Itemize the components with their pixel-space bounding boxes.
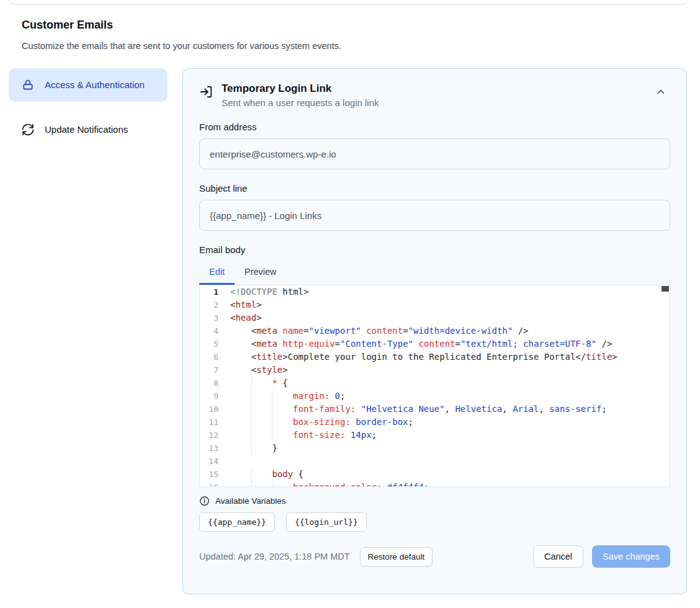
- variable-chips: {{app_name}} {{login_url}}: [199, 512, 670, 532]
- previous-card-edge: [9, 0, 689, 5]
- customer-emails-page: Customer Emails Customize the emails tha…: [0, 0, 700, 608]
- subject-line-label: Subject line: [199, 183, 670, 194]
- variable-chip-app-name[interactable]: {{app_name}}: [199, 512, 275, 532]
- available-variables-label: Available Variables: [215, 496, 286, 506]
- lock-icon: [21, 78, 35, 92]
- tab-edit[interactable]: Edit: [199, 260, 235, 285]
- cancel-button[interactable]: Cancel: [533, 545, 583, 568]
- available-variables-row: Available Variables: [199, 496, 670, 506]
- save-changes-button[interactable]: Save changes: [592, 545, 670, 568]
- code-line: 15body {: [200, 468, 670, 481]
- sidebar-item-label: Access & Authentication: [45, 78, 145, 92]
- panel-header: Temporary Login Link Sent when a user re…: [199, 83, 670, 108]
- code-editor[interactable]: 1<!DOCTYPE html>2<html>3<head>4<meta nam…: [199, 285, 670, 487]
- sidebar-item-access-authentication[interactable]: Access & Authentication: [9, 68, 168, 102]
- code-line: 12font-size: 14px;: [200, 429, 670, 442]
- tab-preview[interactable]: Preview: [235, 260, 287, 285]
- code-line: 8* {: [200, 377, 670, 390]
- variable-chip-login-url[interactable]: {{login_url}}: [286, 512, 367, 532]
- editor-scrollbar-thumb[interactable]: [662, 286, 669, 292]
- panel-subtitle: Sent when a user requests a login link: [222, 97, 379, 108]
- login-icon: [199, 85, 213, 101]
- code-line: 9margin: 0;: [200, 390, 670, 403]
- code-line: 6<title>Complete your login to the Repli…: [200, 351, 670, 364]
- collapse-button[interactable]: [652, 83, 670, 103]
- code-line: 5<meta http-equiv="Content-Type" content…: [200, 338, 670, 351]
- email-body-tabs: Edit Preview: [199, 260, 670, 285]
- panel-footer: Updated: Apr 29, 2025, 1:18 PM MDT Resto…: [199, 545, 670, 568]
- sidebar: Access & Authentication Update Notificat…: [9, 68, 168, 146]
- code-line: 13}: [200, 442, 670, 455]
- code-line: 2<html>: [200, 298, 670, 311]
- info-icon: [199, 496, 210, 506]
- subject-line-input[interactable]: [199, 200, 670, 231]
- sidebar-item-label: Update Notifications: [45, 122, 128, 137]
- code-line: 3<head>: [200, 311, 670, 324]
- code-line: 10font-family: "Helvetica Neue", Helveti…: [200, 403, 670, 416]
- panel-header-text: Temporary Login Link Sent when a user re…: [222, 83, 379, 108]
- code-line: 1<!DOCTYPE html>: [200, 285, 670, 298]
- code-line: 4<meta name="viewport" content="width=de…: [200, 324, 670, 338]
- panel-title: Temporary Login Link: [222, 83, 379, 95]
- sidebar-item-update-notifications[interactable]: Update Notifications: [9, 113, 168, 146]
- email-settings-panel: Temporary Login Link Sent when a user re…: [182, 68, 687, 594]
- updated-timestamp: Updated: Apr 29, 2025, 1:18 PM MDT: [199, 552, 350, 561]
- code-lines: 1<!DOCTYPE html>2<html>3<head>4<meta nam…: [200, 285, 670, 487]
- code-line: 14: [200, 455, 670, 468]
- refresh-icon: [21, 123, 35, 136]
- from-address-label: From address: [199, 122, 670, 132]
- code-line: 7<style>: [200, 364, 670, 377]
- chevron-up-icon: [655, 90, 666, 99]
- restore-default-button[interactable]: Restore default: [360, 547, 433, 566]
- code-line: 16background-color: #f4f4f4;: [200, 481, 670, 487]
- code-line: 11box-sizing: border-box;: [200, 416, 670, 429]
- page-title: Customer Emails: [22, 19, 113, 32]
- page-subtitle: Customize the emails that are sent to yo…: [22, 41, 341, 51]
- from-address-input[interactable]: [199, 138, 670, 169]
- email-body-label: Email body: [199, 244, 670, 255]
